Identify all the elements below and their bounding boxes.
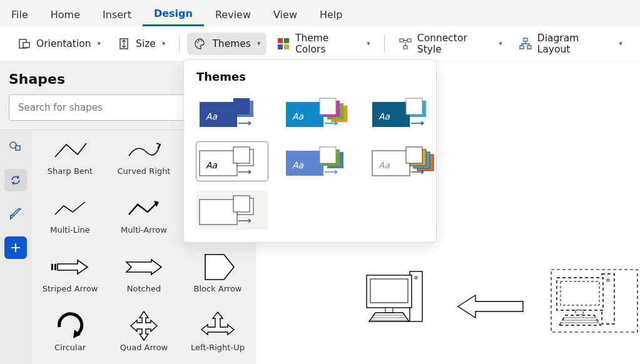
svg-point-3 [197, 41, 199, 43]
shape-thumb-icon [121, 136, 167, 163]
diagram-layout-label: Diagram Layout [537, 33, 613, 55]
theme-light-gray[interactable]: Aa [369, 142, 440, 181]
svg-rect-10 [400, 39, 404, 42]
menu-help[interactable]: Help [308, 4, 353, 26]
themes-dropdown: Themes Aa Aa Aa Aa Aa Aa [183, 59, 437, 243]
svg-rect-58 [372, 151, 410, 176]
themes-grid: Aa Aa Aa Aa Aa Aa [196, 93, 424, 230]
shape-label: Block Arrow [194, 284, 242, 293]
theme-deep-blue[interactable]: Aa [369, 93, 440, 132]
orientation-button[interactable]: Orientation ▾ [11, 33, 107, 55]
size-label: Size [136, 38, 156, 49]
canvas-shape-left-arrow[interactable] [457, 293, 526, 320]
svg-text:Aa: Aa [206, 111, 218, 121]
ribbon: Orientation ▾ Size ▾ Themes ▾ Theme Colo… [0, 26, 640, 61]
theme-colors-button[interactable]: Theme Colors ▾ [270, 28, 376, 59]
svg-rect-31 [576, 310, 583, 315]
svg-rect-64 [200, 200, 237, 225]
shape-label: Sharp Bent [48, 166, 93, 176]
chevron-down-icon: ▾ [162, 39, 166, 48]
svg-text:Aa: Aa [378, 111, 390, 121]
shape-thumb-icon [121, 254, 167, 280]
theme-colors-label: Theme Colors [295, 33, 360, 55]
svg-rect-30 [561, 281, 599, 305]
svg-rect-14 [520, 46, 524, 49]
chevron-down-icon: ▾ [257, 39, 261, 48]
svg-text:Aa: Aa [378, 160, 390, 170]
theme-soft-blue[interactable]: Aa [283, 142, 354, 181]
menu-home[interactable]: Home [39, 4, 91, 26]
shape-circular[interactable]: Circular [35, 313, 105, 358]
shape-label: Notched [127, 284, 161, 293]
svg-rect-47 [406, 98, 422, 114]
diagram-layout-icon [519, 37, 532, 51]
svg-rect-56 [320, 147, 336, 163]
rail-recycle-icon[interactable] [4, 169, 27, 191]
tool-rail [0, 130, 31, 364]
shape-striped[interactable]: Striped Arrow [35, 254, 105, 299]
shape-multi-arrow[interactable]: Multi-Arrow [109, 195, 179, 240]
shape-notched[interactable]: Notched [109, 254, 179, 299]
shape-quad-arrow[interactable]: Quad Arrow [109, 313, 179, 358]
size-icon [117, 37, 131, 51]
shape-left-right-up[interactable]: Left-Right-Up [183, 313, 253, 358]
chevron-down-icon: ▾ [98, 39, 101, 48]
connector-style-button[interactable]: Connector Style ▾ [392, 28, 509, 59]
ribbon-separator [384, 35, 385, 53]
shape-thumb-icon [47, 195, 93, 221]
shape-label: Curved Right [118, 166, 171, 176]
shape-thumb-icon [195, 313, 241, 339]
svg-point-4 [198, 39, 200, 41]
themes-icon [193, 37, 207, 51]
shape-block-arrow[interactable]: Block Arrow [183, 254, 253, 299]
shape-sharp-bent[interactable]: Sharp Bent [35, 136, 105, 181]
rail-ruler-icon[interactable] [4, 203, 27, 225]
menu-file[interactable]: File [0, 4, 39, 26]
ribbon-separator [179, 35, 180, 53]
orientation-icon [18, 37, 31, 51]
shape-thumb-icon [47, 313, 93, 339]
theme-blue-classic[interactable]: Aa [196, 93, 268, 132]
shape-thumb-icon [47, 136, 93, 163]
svg-rect-17 [54, 264, 56, 270]
shape-multi-line[interactable]: Multi-Line [35, 195, 105, 240]
canvas-shape-computer-selected[interactable] [551, 269, 638, 339]
svg-rect-8 [278, 44, 283, 49]
shape-curved-right[interactable]: Curved Right [109, 136, 179, 181]
svg-text:Aa: Aa [206, 160, 218, 170]
themes-button[interactable]: Themes ▾ [187, 33, 267, 55]
svg-rect-35 [200, 102, 237, 127]
svg-rect-49 [200, 151, 237, 176]
svg-rect-22 [385, 308, 393, 313]
menu-insert[interactable]: Insert [91, 4, 143, 26]
theme-cyan-accent[interactable]: Aa [283, 93, 354, 132]
shape-label: Multi-Line [50, 225, 90, 235]
size-button[interactable]: Size ▾ [111, 33, 171, 55]
rail-add-button[interactable] [4, 236, 27, 259]
rail-shapes-icon[interactable] [4, 135, 27, 158]
chevron-down-icon: ▾ [367, 39, 370, 48]
chevron-down-icon: ▾ [619, 39, 622, 48]
diagram-layout-button[interactable]: Diagram Layout ▾ [512, 28, 629, 59]
shape-thumb-icon [121, 195, 167, 221]
shape-thumb-icon [195, 254, 241, 280]
svg-rect-6 [278, 38, 283, 43]
svg-text:Aa: Aa [292, 111, 304, 121]
canvas-shape-computer[interactable] [363, 268, 444, 336]
theme-minimal-white[interactable] [196, 191, 268, 230]
menu-view[interactable]: View [262, 4, 308, 26]
svg-rect-16 [51, 264, 53, 270]
svg-rect-7 [284, 38, 289, 43]
menu-design[interactable]: Design [143, 3, 204, 26]
svg-rect-39 [286, 102, 323, 127]
svg-rect-15 [527, 46, 531, 49]
theme-white-outline[interactable]: Aa [196, 142, 268, 181]
svg-rect-12 [404, 46, 407, 49]
svg-rect-66 [233, 196, 250, 212]
svg-rect-43 [320, 98, 336, 114]
menu-review[interactable]: Review [204, 4, 262, 26]
svg-rect-13 [524, 38, 527, 41]
svg-rect-9 [284, 44, 289, 49]
shape-label: Quad Arrow [120, 343, 168, 352]
shape-thumb-icon [121, 313, 167, 339]
